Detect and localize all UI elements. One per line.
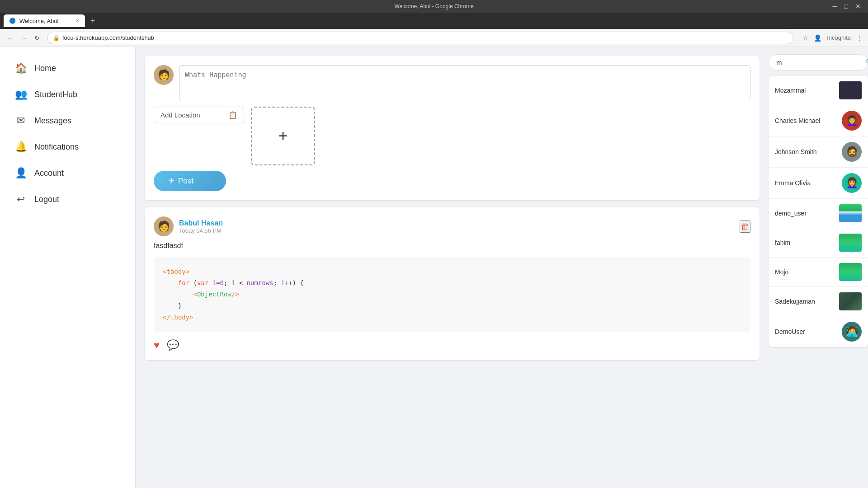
- user-item-emma[interactable]: Emma Olivia 👩‍🦱: [769, 168, 868, 199]
- user-name: fahim: [775, 239, 790, 246]
- user-item-mojo[interactable]: Mojo: [769, 258, 868, 287]
- close-btn[interactable]: ✕: [855, 3, 861, 10]
- user-avatar-charles: 👩‍🦱: [842, 111, 862, 131]
- logout-icon: ↩: [14, 193, 27, 205]
- user-avatar-sadek: [839, 292, 862, 310]
- notifications-label: Notifications: [34, 142, 79, 152]
- post-actions: ♥ 💬: [154, 339, 750, 351]
- user-avatar: 🧑: [154, 65, 174, 85]
- profile-icon[interactable]: 👤: [814, 34, 821, 42]
- new-tab-button[interactable]: +: [90, 16, 95, 26]
- user-avatar-emma: 👩‍🦱: [842, 173, 862, 193]
- lock-icon: 🔒: [53, 35, 60, 41]
- sidebar-item-account[interactable]: 👤 Account: [4, 161, 132, 185]
- user-name: demo_user: [775, 210, 807, 217]
- user-name: Johnson Smith: [775, 148, 817, 155]
- studenthub-label: StudentHub: [34, 90, 77, 99]
- code-line-2: for: [178, 279, 189, 286]
- post-author-time: Today 04:56 PM: [179, 227, 223, 234]
- user-list: Mozammal Charles Michael 👩‍🦱 Johnson Smi…: [769, 76, 868, 347]
- address-bar: ← → ↻ 🔒 focu-s.herokuapp.com/studentshub…: [0, 29, 868, 47]
- star-icon[interactable]: ☆: [802, 34, 808, 42]
- user-item-demouser[interactable]: DemoUser 🧑‍💻: [769, 316, 868, 347]
- user-avatar-johnson: 🧔: [842, 142, 862, 162]
- messages-label: Messages: [34, 116, 71, 126]
- user-name: Sadekujjaman: [775, 298, 815, 305]
- delete-post-button[interactable]: 🗑: [740, 221, 750, 233]
- user-item-fahim[interactable]: fahim: [769, 228, 868, 258]
- notifications-icon: 🔔: [14, 141, 27, 153]
- add-location-button[interactable]: Add Location 📋: [154, 107, 244, 123]
- menu-icon[interactable]: ⋮: [856, 34, 863, 42]
- home-icon: 🏠: [14, 62, 27, 74]
- post-author-name: Babul Hasan: [179, 219, 223, 227]
- account-label: Account: [34, 169, 64, 178]
- address-bar-right: ☆ 👤 Incognito ⋮: [802, 34, 863, 42]
- search-icon[interactable]: 🔍: [866, 58, 868, 66]
- url-bar[interactable]: 🔒 focu-s.herokuapp.com/studentshub: [47, 32, 793, 44]
- user-avatar-demouser: 🧑‍💻: [842, 322, 862, 342]
- search-box: 🔍: [769, 54, 868, 70]
- minimize-btn[interactable]: ─: [833, 3, 837, 10]
- user-name: Emma Olivia: [775, 179, 811, 187]
- user-name: Charles Michael: [775, 117, 820, 124]
- right-sidebar: 🔍 Mozammal Charles Michael 👩‍🦱 Johnson S…: [769, 47, 868, 488]
- code-line-1: <tbody>: [163, 268, 189, 275]
- comment-button[interactable]: 💬: [167, 339, 179, 351]
- sidebar-item-notifications[interactable]: 🔔 Notifications: [4, 135, 132, 159]
- active-tab[interactable]: 🔵 Welcome, Abul ✕: [4, 14, 85, 27]
- incognito-label: Incognito: [827, 34, 851, 41]
- post-button-label: Post: [178, 177, 193, 186]
- upload-plus-icon: +: [278, 127, 288, 145]
- window-title: Welcome, Abul - Google Chrome: [394, 3, 473, 9]
- back-button[interactable]: ←: [5, 33, 15, 43]
- post-creation-box: 🧑 Add Location 📋 + ✈ Post: [145, 56, 760, 200]
- post-card: 🧑 Babul Hasan Today 04:56 PM 🗑 fasdfasdf…: [145, 207, 760, 360]
- add-location-label: Add Location: [160, 111, 200, 119]
- search-input[interactable]: [776, 59, 862, 66]
- user-name: Mozammal: [775, 87, 806, 94]
- messages-icon: ✉: [14, 115, 27, 127]
- user-item-johnson[interactable]: Johnson Smith 🧔: [769, 136, 868, 168]
- post-author-info: Babul Hasan Today 04:56 PM: [179, 219, 223, 234]
- sidebar: 🏠 Home 👥 StudentHub ✉ Messages 🔔 Notific…: [0, 47, 136, 488]
- url-text: focu-s.herokuapp.com/studentshub: [62, 34, 154, 41]
- post-options: Add Location 📋 +: [154, 107, 750, 165]
- user-item-sadek[interactable]: Sadekujjaman: [769, 287, 868, 316]
- post-content-text: fasdfasdf: [154, 242, 750, 250]
- send-icon: ✈: [168, 176, 175, 186]
- studenthub-icon: 👥: [14, 89, 27, 100]
- user-item-mozammal[interactable]: Mozammal: [769, 76, 868, 105]
- home-label: Home: [34, 64, 56, 73]
- maximize-btn[interactable]: □: [844, 3, 848, 10]
- location-icon: 📋: [228, 111, 237, 119]
- app-container: 🏠 Home 👥 StudentHub ✉ Messages 🔔 Notific…: [0, 47, 868, 488]
- account-icon: 👤: [14, 167, 27, 179]
- post-textarea[interactable]: [179, 65, 750, 101]
- like-button[interactable]: ♥: [154, 339, 160, 351]
- user-avatar-demo: [839, 204, 862, 222]
- user-item-charles[interactable]: Charles Michael 👩‍🦱: [769, 105, 868, 136]
- code-block: <tbody> for (var i=0; i < numrows; i++) …: [154, 257, 750, 332]
- user-item-demo[interactable]: demo_user: [769, 199, 868, 228]
- user-avatar-fahim: [839, 234, 862, 252]
- logout-label: Logout: [34, 195, 59, 204]
- post-author-avatar: 🧑: [154, 216, 174, 236]
- user-avatar-mojo: [839, 263, 862, 281]
- user-name: Mojo: [775, 268, 788, 276]
- post-button[interactable]: ✈ Post: [154, 171, 226, 191]
- user-avatar-mozammal: [839, 81, 862, 99]
- tab-close-icon[interactable]: ✕: [75, 18, 80, 24]
- sidebar-item-studenthub[interactable]: 👥 StudentHub: [4, 82, 132, 107]
- nav-buttons: ← → ↻: [5, 33, 42, 43]
- user-name: DemoUser: [775, 328, 805, 335]
- reload-button[interactable]: ↻: [33, 33, 42, 43]
- post-author-row: 🧑 Babul Hasan Today 04:56 PM 🗑: [154, 216, 750, 236]
- sidebar-item-home[interactable]: 🏠 Home: [4, 56, 132, 80]
- chrome-tab-bar: 🔵 Welcome, Abul ✕ +: [0, 13, 868, 29]
- image-upload-area[interactable]: +: [251, 107, 315, 165]
- tab-label: Welcome, Abul: [19, 18, 58, 24]
- forward-button[interactable]: →: [19, 33, 29, 43]
- sidebar-item-messages[interactable]: ✉ Messages: [4, 108, 132, 133]
- sidebar-item-logout[interactable]: ↩ Logout: [4, 187, 132, 211]
